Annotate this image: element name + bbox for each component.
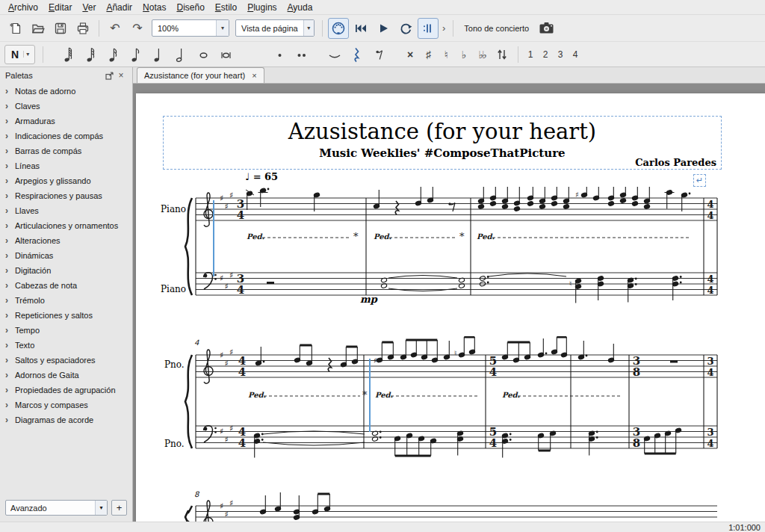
- play-button[interactable]: [373, 18, 394, 39]
- voice-2-button[interactable]: 2: [538, 46, 553, 64]
- palette-item-arpegios-y-glissando[interactable]: ›Arpegios y glissando: [0, 173, 132, 188]
- add-palette-button[interactable]: +: [111, 500, 127, 516]
- svg-text:4: 4: [194, 338, 199, 347]
- svg-text:♯: ♯: [225, 202, 229, 211]
- sharp-button[interactable]: ♯: [419, 45, 437, 64]
- loop-playback-button[interactable]: [395, 18, 416, 39]
- eighth-note-button[interactable]: [126, 44, 146, 65]
- score-composer[interactable]: Carlos Paredes: [635, 157, 716, 168]
- palette-item-notas-de-adorno[interactable]: ›Notas de adorno: [0, 84, 132, 99]
- chevron-right-icon: ›: [5, 86, 15, 96]
- open-file-button[interactable]: [28, 18, 49, 39]
- note-input-button[interactable]: N ▾: [4, 45, 35, 64]
- palette-item-tremolo[interactable]: ›Trémolo: [0, 293, 132, 308]
- midi-input-toggle[interactable]: [328, 18, 349, 39]
- eighth-rest-button[interactable]: [369, 44, 390, 65]
- palette-item-texto[interactable]: ›Texto: [0, 338, 132, 353]
- tempo-marking[interactable]: ♩ = 65: [245, 171, 278, 182]
- section-break-icon[interactable]: ↵: [693, 174, 706, 187]
- whole-note-button[interactable]: [193, 44, 214, 65]
- palette-item-saltos-y-espaciadores[interactable]: ›Saltos y espaciadores: [0, 353, 132, 368]
- voice-1-button[interactable]: 1: [523, 46, 538, 64]
- palette-item-llaves[interactable]: ›Llaves: [0, 203, 132, 218]
- toolbar-overflow-chevron[interactable]: ›: [439, 22, 448, 34]
- note-input-label: N: [8, 49, 22, 61]
- new-score-button[interactable]: [5, 18, 26, 39]
- palette-item-indicaciones-de-compas[interactable]: ›Indicaciones de compás: [0, 129, 132, 143]
- undock-panel-button[interactable]: [103, 69, 115, 81]
- save-button[interactable]: [50, 18, 71, 39]
- palette-item-armaduras[interactable]: ›Armaduras: [0, 114, 132, 129]
- rewind-button[interactable]: [350, 18, 371, 39]
- concert-pitch-button[interactable]: Tono de concierto: [458, 21, 535, 36]
- music-system-1[interactable]: ♯♯♯♯♯♯3434♯♮4444Ped.*Ped.*Ped.: [151, 187, 726, 329]
- menu-archivo[interactable]: Archivo: [3, 1, 43, 14]
- natural-button[interactable]: ♮: [437, 45, 455, 64]
- menu-ayuda[interactable]: Ayuda: [282, 1, 318, 14]
- palette-item-label: Propiedades de agrupación: [15, 386, 116, 395]
- palettes-panel: Paletas × ›Notas de adorno ›Claves ›Arma…: [0, 67, 133, 522]
- screenshot-button[interactable]: [536, 18, 557, 39]
- quarter-note-button[interactable]: [148, 44, 169, 65]
- score-title[interactable]: Azusistance (for your heart): [164, 119, 721, 144]
- redo-button[interactable]: ↷: [127, 18, 148, 39]
- double-flat-button[interactable]: ♭♭: [473, 45, 491, 64]
- menu-notas[interactable]: Notas: [137, 1, 171, 14]
- palette-item-claves[interactable]: ›Claves: [0, 99, 132, 114]
- palette-preset-select[interactable]: Avanzado ▾: [5, 500, 108, 516]
- menu-diseno[interactable]: Diseño: [171, 1, 209, 14]
- menu-editar[interactable]: Editar: [43, 1, 77, 14]
- flip-direction-button[interactable]: [492, 44, 512, 65]
- menu-plugins[interactable]: Plugins: [242, 1, 282, 14]
- close-panel-button[interactable]: ×: [115, 69, 127, 81]
- palette-item-marcos-y-compases[interactable]: ›Marcos y compases: [0, 398, 132, 412]
- svg-text:♯: ♯: [229, 191, 233, 200]
- camera-icon: [539, 22, 554, 34]
- palette-item-repeticiones-y-saltos[interactable]: ›Repeticiones y saltos: [0, 308, 132, 323]
- close-tab-icon[interactable]: ×: [252, 71, 256, 80]
- score-page[interactable]: Azusistance (for your heart) Music Weekl…: [136, 93, 765, 522]
- palette-item-tempo[interactable]: ›Tempo: [0, 323, 132, 338]
- half-note-button[interactable]: [170, 44, 191, 65]
- view-mode-select[interactable]: Vista de página ▾: [235, 19, 315, 37]
- menu-estilo[interactable]: Estilo: [210, 1, 242, 14]
- print-button[interactable]: [72, 18, 93, 39]
- palette-item-lineas[interactable]: ›Líneas: [0, 158, 132, 173]
- svg-text:4: 4: [707, 199, 713, 210]
- music-system-2[interactable]: ♯♯♯♯♯♯44444♯♮545438383434Ped.*Ped.Ped.: [151, 336, 726, 489]
- palette-item-cabezas-de-nota[interactable]: ›Cabezas de nota: [0, 278, 132, 293]
- voice-4-button[interactable]: 4: [568, 46, 583, 64]
- double-dot-button[interactable]: [291, 44, 312, 65]
- sixteenth-note-button[interactable]: [103, 44, 124, 65]
- chevron-right-icon: ›: [5, 116, 15, 126]
- palette-item-propiedades-de-agrupacion[interactable]: ›Propiedades de agrupación: [0, 383, 132, 398]
- sixty-fourth-note-button[interactable]: [58, 44, 79, 65]
- voice-3-button[interactable]: 3: [553, 46, 568, 64]
- thirty-second-note-button[interactable]: [81, 44, 102, 65]
- flat-button[interactable]: ♭: [455, 45, 473, 64]
- augmentation-dot-button[interactable]: [269, 44, 290, 65]
- metronome-button[interactable]: [418, 18, 439, 39]
- music-system-3[interactable]: 8♯♯♯: [151, 489, 726, 522]
- palette-item-diagramas-de-acorde[interactable]: ›Diagramas de acorde: [0, 412, 132, 427]
- palette-item-dinamicas[interactable]: ›Dinámicas: [0, 248, 132, 263]
- zoom-select[interactable]: 100% ▾: [152, 19, 229, 37]
- rest-button[interactable]: [347, 44, 368, 65]
- double-whole-note-button[interactable]: [215, 44, 236, 65]
- palette-item-adornos-de-gaita[interactable]: ›Adornos de Gaita: [0, 368, 132, 383]
- score-tab[interactable]: Azusistance (for your heart) ×: [137, 67, 264, 83]
- palette-item-articulaciones-y-ornamentos[interactable]: ›Articulaciones y ornamentos: [0, 218, 132, 233]
- palette-item-digitacion[interactable]: ›Digitación: [0, 263, 132, 278]
- menu-ver[interactable]: Ver: [77, 1, 101, 14]
- palette-item-alteraciones[interactable]: ›Alteraciones: [0, 233, 132, 248]
- undo-button[interactable]: ↶: [105, 18, 126, 39]
- menu-anadir[interactable]: Añadir: [101, 1, 137, 14]
- palette-item-barras-de-compas[interactable]: ›Barras de compás: [0, 143, 132, 158]
- palette-item-respiraciones-y-pausas[interactable]: ›Respiraciones y pausas: [0, 188, 132, 203]
- title-frame[interactable]: Azusistance (for your heart) Music Weekl…: [163, 116, 722, 170]
- tie-button[interactable]: [324, 44, 345, 65]
- svg-text:♯: ♯: [229, 347, 233, 357]
- double-sharp-button[interactable]: ×: [401, 45, 419, 64]
- svg-text:8: 8: [633, 436, 640, 450]
- score-canvas[interactable]: Azusistance (for your heart) Music Weekl…: [133, 84, 765, 522]
